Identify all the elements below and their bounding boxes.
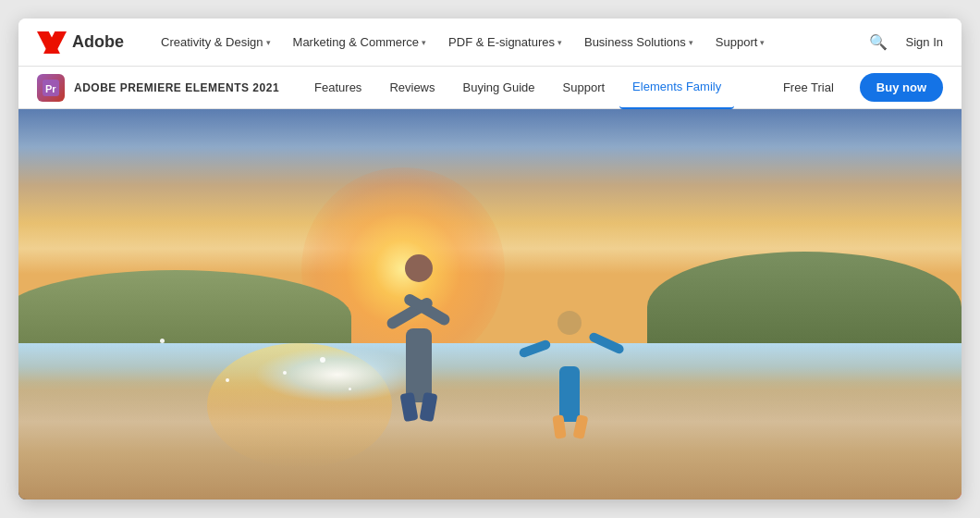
free-trial-button[interactable]: Free Trial (768, 74, 849, 101)
sign-in-button[interactable]: Sign In (906, 35, 943, 49)
premiere-logo-svg: Pr (43, 80, 59, 96)
nav-item-business[interactable]: Business Solutions ▾ (575, 30, 703, 55)
nav-item-pdf[interactable]: PDF & E-signatures ▾ (439, 30, 571, 55)
person-2-head (557, 311, 582, 335)
product-nav-support[interactable]: Support (550, 67, 619, 109)
svg-text:Pr: Pr (45, 83, 56, 94)
browser-window: Adobe Creativity & Design ▾ Marketing & … (18, 18, 962, 500)
sparkle-1 (283, 371, 287, 375)
product-nav: Pr ADOBE PREMIERE ELEMENTS 2021 Features… (18, 67, 962, 109)
search-icon[interactable]: 🔍 (865, 30, 891, 55)
product-name: ADOBE PREMIERE ELEMENTS 2021 (74, 81, 279, 94)
person-2-body (559, 366, 580, 422)
product-logo-area: Pr ADOBE PREMIERE ELEMENTS 2021 (37, 74, 279, 102)
hero-section (18, 109, 962, 500)
product-nav-buying-guide[interactable]: Buying Guide (450, 67, 548, 109)
chevron-down-icon: ▾ (760, 38, 765, 47)
product-nav-reviews[interactable]: Reviews (376, 67, 447, 109)
product-nav-right: Free Trial Buy now (768, 73, 943, 102)
person-1-body (406, 328, 432, 402)
person-1-head (405, 254, 433, 282)
sparkle-4 (349, 388, 351, 390)
person-2 (537, 311, 602, 422)
buy-now-button[interactable]: Buy now (860, 73, 943, 102)
chevron-down-icon: ▾ (422, 38, 426, 47)
nav-item-support[interactable]: Support ▾ (706, 30, 775, 55)
chevron-down-icon: ▾ (689, 38, 693, 47)
main-nav: Creativity & Design ▾ Marketing & Commer… (152, 30, 865, 55)
person-1 (377, 254, 460, 402)
product-nav-items: Features Reviews Buying Guide Support El… (301, 67, 768, 109)
premiere-elements-icon: Pr (37, 74, 65, 102)
product-nav-elements-family[interactable]: Elements Family (619, 67, 734, 109)
adobe-icon (37, 31, 67, 55)
top-nav: Adobe Creativity & Design ▾ Marketing & … (18, 18, 962, 67)
nav-item-marketing[interactable]: Marketing & Commerce ▾ (284, 30, 436, 55)
product-nav-features[interactable]: Features (301, 67, 374, 109)
chevron-down-icon: ▾ (266, 38, 271, 47)
hero-scene (18, 109, 962, 500)
water-reflection (18, 343, 962, 421)
chevron-down-icon: ▾ (557, 38, 562, 47)
adobe-wordmark: Adobe (72, 32, 124, 52)
beach-water (18, 343, 962, 500)
adobe-logo[interactable]: Adobe (37, 31, 124, 55)
nav-right: 🔍 Sign In (865, 30, 943, 55)
nav-item-creativity[interactable]: Creativity & Design ▾ (152, 30, 280, 55)
